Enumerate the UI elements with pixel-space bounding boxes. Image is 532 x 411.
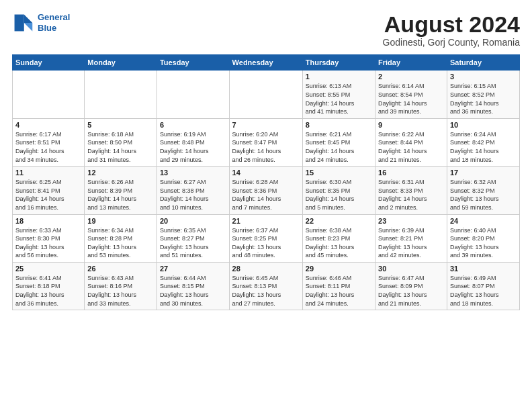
day-info: Sunrise: 6:32 AMSunset: 8:32 PMDaylight:… bbox=[450, 178, 517, 212]
calendar-day-header: Monday bbox=[85, 55, 157, 71]
calendar-cell: 6Sunrise: 6:19 AMSunset: 8:48 PMDaylight… bbox=[157, 118, 229, 166]
calendar-cell bbox=[229, 71, 302, 118]
calendar-cell: 14Sunrise: 6:28 AMSunset: 8:36 PMDayligh… bbox=[229, 167, 302, 214]
day-number: 31 bbox=[450, 265, 517, 273]
calendar-cell: 17Sunrise: 6:32 AMSunset: 8:32 PMDayligh… bbox=[447, 167, 519, 214]
day-info: Sunrise: 6:21 AMSunset: 8:45 PMDaylight:… bbox=[306, 130, 372, 164]
day-number: 18 bbox=[15, 217, 81, 225]
day-info: Sunrise: 6:19 AMSunset: 8:48 PMDaylight:… bbox=[160, 130, 226, 164]
calendar-cell: 9Sunrise: 6:22 AMSunset: 8:44 PMDaylight… bbox=[375, 118, 447, 166]
calendar-cell: 10Sunrise: 6:24 AMSunset: 8:42 PMDayligh… bbox=[447, 118, 519, 166]
calendar-cell: 7Sunrise: 6:20 AMSunset: 8:47 PMDaylight… bbox=[229, 118, 302, 166]
day-info: Sunrise: 6:37 AMSunset: 8:25 PMDaylight:… bbox=[232, 226, 300, 260]
day-info: Sunrise: 6:15 AMSunset: 8:52 PMDaylight:… bbox=[450, 82, 517, 116]
day-info: Sunrise: 6:30 AMSunset: 8:35 PMDaylight:… bbox=[306, 178, 372, 212]
day-number: 6 bbox=[160, 121, 226, 129]
page: General Blue August 2024 Godinesti, Gorj… bbox=[0, 0, 532, 411]
calendar-header-row: SundayMondayTuesdayWednesdayThursdayFrid… bbox=[13, 55, 520, 71]
calendar-cell bbox=[157, 71, 229, 118]
calendar-day-header: Tuesday bbox=[157, 55, 229, 71]
calendar-cell: 1Sunrise: 6:13 AMSunset: 8:55 PMDaylight… bbox=[302, 71, 375, 118]
day-number: 23 bbox=[378, 217, 444, 225]
logo: General Blue bbox=[12, 12, 70, 34]
day-number: 25 bbox=[15, 265, 81, 273]
day-info: Sunrise: 6:47 AMSunset: 8:09 PMDaylight:… bbox=[378, 274, 444, 308]
day-info: Sunrise: 6:13 AMSunset: 8:55 PMDaylight:… bbox=[306, 82, 372, 116]
calendar-cell: 5Sunrise: 6:18 AMSunset: 8:50 PMDaylight… bbox=[85, 118, 157, 166]
day-info: Sunrise: 6:38 AMSunset: 8:23 PMDaylight:… bbox=[306, 226, 372, 260]
day-info: Sunrise: 6:40 AMSunset: 8:20 PMDaylight:… bbox=[450, 226, 517, 260]
calendar-cell: 3Sunrise: 6:15 AMSunset: 8:52 PMDaylight… bbox=[447, 71, 519, 118]
day-info: Sunrise: 6:28 AMSunset: 8:36 PMDaylight:… bbox=[232, 178, 300, 212]
calendar-week-row: 25Sunrise: 6:41 AMSunset: 8:18 PMDayligh… bbox=[13, 262, 520, 310]
day-info: Sunrise: 6:46 AMSunset: 8:11 PMDaylight:… bbox=[306, 274, 372, 308]
day-number: 22 bbox=[306, 217, 372, 225]
day-info: Sunrise: 6:22 AMSunset: 8:44 PMDaylight:… bbox=[378, 130, 444, 164]
logo-icon bbox=[12, 12, 34, 34]
calendar-cell: 18Sunrise: 6:33 AMSunset: 8:30 PMDayligh… bbox=[13, 214, 85, 262]
calendar-week-row: 4Sunrise: 6:17 AMSunset: 8:51 PMDaylight… bbox=[13, 118, 520, 166]
day-number: 2 bbox=[378, 73, 444, 81]
calendar-cell: 12Sunrise: 6:26 AMSunset: 8:39 PMDayligh… bbox=[85, 167, 157, 214]
calendar-cell: 28Sunrise: 6:45 AMSunset: 8:13 PMDayligh… bbox=[229, 262, 302, 310]
calendar-day-header: Thursday bbox=[302, 55, 375, 71]
calendar-week-row: 18Sunrise: 6:33 AMSunset: 8:30 PMDayligh… bbox=[13, 214, 520, 262]
day-number: 28 bbox=[232, 265, 300, 273]
day-info: Sunrise: 6:26 AMSunset: 8:39 PMDaylight:… bbox=[87, 178, 154, 212]
calendar-cell: 23Sunrise: 6:39 AMSunset: 8:21 PMDayligh… bbox=[375, 214, 447, 262]
day-info: Sunrise: 6:44 AMSunset: 8:15 PMDaylight:… bbox=[160, 274, 226, 308]
day-info: Sunrise: 6:31 AMSunset: 8:33 PMDaylight:… bbox=[378, 178, 444, 212]
day-number: 1 bbox=[306, 73, 372, 81]
calendar-cell: 30Sunrise: 6:47 AMSunset: 8:09 PMDayligh… bbox=[375, 262, 447, 310]
calendar-day-header: Friday bbox=[375, 55, 447, 71]
calendar-day-header: Saturday bbox=[447, 55, 519, 71]
calendar-table: SundayMondayTuesdayWednesdayThursdayFrid… bbox=[12, 54, 520, 310]
day-number: 21 bbox=[232, 217, 300, 225]
day-number: 9 bbox=[378, 121, 444, 129]
subtitle: Godinesti, Gorj County, Romania bbox=[383, 37, 520, 48]
calendar-cell: 15Sunrise: 6:30 AMSunset: 8:35 PMDayligh… bbox=[302, 167, 375, 214]
day-number: 12 bbox=[87, 169, 154, 177]
day-info: Sunrise: 6:14 AMSunset: 8:54 PMDaylight:… bbox=[378, 82, 444, 116]
logo-general: General bbox=[38, 12, 70, 22]
calendar-week-row: 1Sunrise: 6:13 AMSunset: 8:55 PMDaylight… bbox=[13, 71, 520, 118]
calendar-cell: 20Sunrise: 6:35 AMSunset: 8:27 PMDayligh… bbox=[157, 214, 229, 262]
logo-text: General Blue bbox=[38, 12, 70, 33]
day-info: Sunrise: 6:49 AMSunset: 8:07 PMDaylight:… bbox=[450, 274, 517, 308]
day-number: 14 bbox=[232, 169, 300, 177]
day-info: Sunrise: 6:33 AMSunset: 8:30 PMDaylight:… bbox=[15, 226, 81, 260]
day-number: 11 bbox=[15, 169, 81, 177]
calendar-cell: 29Sunrise: 6:46 AMSunset: 8:11 PMDayligh… bbox=[302, 262, 375, 310]
calendar-cell: 27Sunrise: 6:44 AMSunset: 8:15 PMDayligh… bbox=[157, 262, 229, 310]
day-number: 13 bbox=[160, 169, 226, 177]
svg-rect-2 bbox=[15, 15, 24, 32]
day-number: 3 bbox=[450, 73, 517, 81]
day-number: 30 bbox=[378, 265, 444, 273]
calendar-day-header: Sunday bbox=[13, 55, 85, 71]
day-info: Sunrise: 6:39 AMSunset: 8:21 PMDaylight:… bbox=[378, 226, 444, 260]
day-number: 4 bbox=[15, 121, 81, 129]
day-number: 7 bbox=[232, 121, 300, 129]
day-number: 16 bbox=[378, 169, 444, 177]
day-info: Sunrise: 6:34 AMSunset: 8:28 PMDaylight:… bbox=[87, 226, 154, 260]
calendar-cell: 19Sunrise: 6:34 AMSunset: 8:28 PMDayligh… bbox=[85, 214, 157, 262]
day-info: Sunrise: 6:18 AMSunset: 8:50 PMDaylight:… bbox=[87, 130, 154, 164]
calendar-week-row: 11Sunrise: 6:25 AMSunset: 8:41 PMDayligh… bbox=[13, 167, 520, 214]
calendar-cell: 8Sunrise: 6:21 AMSunset: 8:45 PMDaylight… bbox=[302, 118, 375, 166]
day-number: 17 bbox=[450, 169, 517, 177]
day-number: 26 bbox=[87, 265, 154, 273]
svg-marker-0 bbox=[24, 15, 32, 23]
calendar-day-header: Wednesday bbox=[229, 55, 302, 71]
calendar-cell bbox=[13, 71, 85, 118]
day-info: Sunrise: 6:45 AMSunset: 8:13 PMDaylight:… bbox=[232, 274, 300, 308]
main-title: August 2024 bbox=[383, 12, 520, 37]
day-number: 29 bbox=[306, 265, 372, 273]
svg-marker-1 bbox=[24, 23, 32, 31]
day-number: 10 bbox=[450, 121, 517, 129]
calendar-cell: 31Sunrise: 6:49 AMSunset: 8:07 PMDayligh… bbox=[447, 262, 519, 310]
calendar-cell bbox=[85, 71, 157, 118]
calendar-cell: 2Sunrise: 6:14 AMSunset: 8:54 PMDaylight… bbox=[375, 71, 447, 118]
day-info: Sunrise: 6:24 AMSunset: 8:42 PMDaylight:… bbox=[450, 130, 517, 164]
calendar-cell: 25Sunrise: 6:41 AMSunset: 8:18 PMDayligh… bbox=[13, 262, 85, 310]
day-number: 15 bbox=[306, 169, 372, 177]
